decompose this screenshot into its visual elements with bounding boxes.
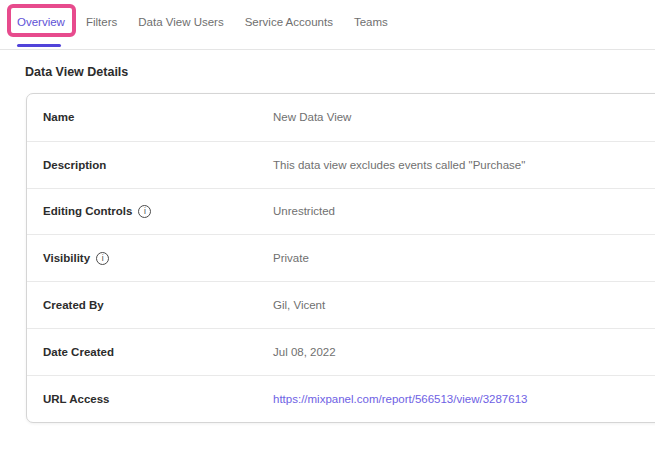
row-value: This data view excludes events called "P…	[273, 159, 525, 171]
row-value: Private	[273, 252, 309, 264]
row-label-text: Created By	[43, 299, 104, 311]
row-label: Editing Controlsi	[27, 205, 273, 218]
row-label: Visibilityi	[27, 252, 273, 265]
tab-teams[interactable]: Teams	[354, 15, 388, 29]
row-label-text: Description	[43, 159, 106, 171]
detail-row-url-access: URL Accesshttps://mixpanel.com/report/56…	[27, 375, 655, 422]
row-label-text: Visibility	[43, 252, 90, 264]
annotation-highlight-box	[7, 4, 76, 37]
detail-row-name: NameNew Data View	[27, 94, 655, 141]
data-view-details-card: NameNew Data ViewDescriptionThis data vi…	[26, 93, 655, 423]
detail-row-editing-controls: Editing ControlsiUnrestricted	[27, 188, 655, 235]
row-value: https://mixpanel.com/report/566513/view/…	[273, 393, 527, 405]
row-label-text: Name	[43, 111, 74, 123]
url-access-link[interactable]: https://mixpanel.com/report/566513/view/…	[273, 393, 527, 405]
row-label: Created By	[27, 299, 273, 311]
data-view-settings-page: OverviewFiltersData View UsersService Ac…	[0, 0, 655, 466]
row-label: Date Created	[27, 346, 273, 358]
tab-data-view-users[interactable]: Data View Users	[138, 15, 223, 29]
row-label: URL Access	[27, 393, 273, 405]
row-label: Description	[27, 159, 273, 171]
page-title: Data View Details	[25, 65, 655, 79]
tab-list: OverviewFiltersData View UsersService Ac…	[0, 0, 655, 29]
detail-row-visibility: VisibilityiPrivate	[27, 234, 655, 281]
row-label-text: Date Created	[43, 346, 114, 358]
row-value: Gil, Vicent	[273, 299, 325, 311]
tab-overview[interactable]: Overview	[17, 15, 65, 29]
row-label-text: Editing Controls	[43, 205, 132, 217]
row-label-text: URL Access	[43, 393, 109, 405]
detail-row-date-created: Date CreatedJul 08, 2022	[27, 328, 655, 375]
tab-bar: OverviewFiltersData View UsersService Ac…	[0, 0, 655, 50]
row-value: Unrestricted	[273, 205, 335, 217]
detail-row-created-by: Created ByGil, Vicent	[27, 281, 655, 328]
detail-row-description: DescriptionThis data view excludes event…	[27, 141, 655, 188]
row-label: Name	[27, 111, 273, 123]
info-icon[interactable]: i	[138, 205, 151, 218]
row-value: Jul 08, 2022	[273, 346, 336, 358]
info-icon[interactable]: i	[96, 252, 109, 265]
row-value: New Data View	[273, 111, 351, 123]
tab-filters[interactable]: Filters	[86, 15, 117, 29]
tab-service-accounts[interactable]: Service Accounts	[245, 15, 333, 29]
